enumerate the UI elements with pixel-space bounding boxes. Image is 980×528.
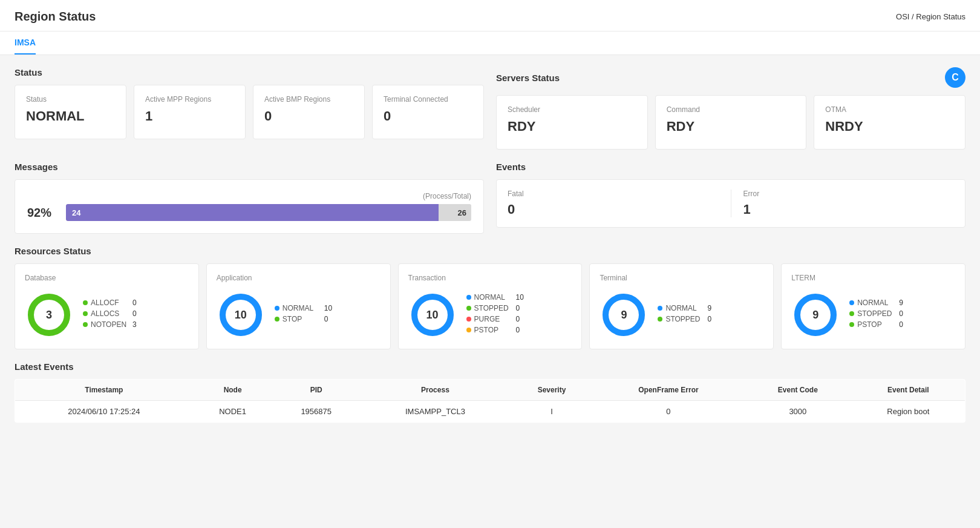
servers-value-2: NRDY [825,119,954,134]
table-row: 2024/06/10 17:25:24NODE11956875IMSAMPP_T… [15,401,965,423]
resource-card-4: LTERM 9 NORMAL 9 STOPPED 0 PSTOP 0 [781,263,965,349]
status-section: Status Status NORMAL Active MPP Regions … [15,67,484,150]
servers-value-1: RDY [667,119,795,134]
table-header-cell: Event Code [744,380,852,401]
rc-legend-3: NORMAL 9 STOPPED 0 [658,304,711,326]
legend-item: STOPPED 0 [658,315,711,323]
donut-center-1: 10 [235,309,247,322]
table-header-cell: Process [360,380,511,401]
table-header-row: TimestampNodePIDProcessSeverityOpenFrame… [15,380,965,401]
resource-card-body-1: 10 NORMAL 10 STOP 0 [217,291,381,339]
legend-item: PSTOP 0 [849,320,903,329]
table-cell: IMSAMPP_TCL3 [360,401,511,423]
servers-label-2: OTMA [825,105,954,114]
table-cell: I [511,401,593,423]
page-header: Region Status OSI / Region Status [0,0,980,31]
status-value-1: 1 [145,108,234,124]
rc-legend-1: NORMAL 10 STOP 0 [275,304,332,326]
donut-0: 3 [25,291,73,339]
tab-bar: IMSA [0,31,980,55]
resources-section: Resources Status Database 3 ALLOCF 0 ALL… [15,246,965,349]
legend-item: NOTOPEN 3 [83,320,137,329]
event-label-1: Error [743,190,955,198]
events-card: Fatal 0 Error 1 [496,179,965,228]
servers-card-1: Command RDY [655,95,807,150]
table-header-cell: Node [193,380,273,401]
resource-card-body-3: 9 NORMAL 9 STOPPED 0 [599,291,763,339]
event-stat-0: Fatal 0 [508,190,719,217]
msg-total: 26 [458,208,466,217]
messages-card: (Process/Total) 92% 24 26 [15,179,484,234]
resource-card-body-4: 9 NORMAL 9 STOPPED 0 PSTOP 0 [791,291,955,339]
messages-section: Messages (Process/Total) 92% 24 26 [15,162,484,234]
table-cell: 3000 [744,401,852,423]
table-cell: NODE1 [193,401,273,423]
resource-card-title-0: Database [25,274,189,282]
servers-card-0: Scheduler RDY [496,95,648,150]
donut-center-4: 9 [812,309,818,322]
table-header-cell: PID [273,380,360,401]
status-card-0: Status NORMAL [15,85,126,139]
rc-legend-0: ALLOCF 0 ALLOCS 0 NOTOPEN 3 [83,299,137,331]
donut-2: 10 [408,291,457,339]
latest-events-title: Latest Events [15,361,965,372]
legend-item: NORMAL 10 [466,293,524,302]
status-value-2: 0 [264,108,353,124]
legend-item: STOPPED 0 [849,309,903,318]
event-label-0: Fatal [508,190,719,198]
table-cell: 0 [593,401,744,423]
event-stat-1: Error 1 [743,190,955,217]
donut-center-0: 3 [46,309,52,322]
page-title: Region Status [15,10,96,24]
breadcrumb: OSI / Region Status [896,12,965,21]
status-card-1: Active MPP Regions 1 [134,85,246,139]
msg-bar-wrap: 24 26 [66,204,471,221]
content-area: Status Status NORMAL Active MPP Regions … [0,55,980,520]
status-label-0: Status [26,95,115,104]
rc-legend-2: NORMAL 10 STOPPED 0 PURGE 0 PSTOP 0 [466,293,524,337]
resource-card-2: Transaction 10 NORMAL 10 STOPPED 0 PURGE… [398,263,583,349]
status-label-3: Terminal Connected [384,95,472,104]
table-header-cell: OpenFrame Error [593,380,744,401]
donut-center-3: 9 [621,309,627,322]
status-label-2: Active BMP Regions [264,95,353,104]
servers-label-1: Command [667,105,795,114]
donut-1: 10 [217,291,265,339]
resource-card-body-0: 3 ALLOCF 0 ALLOCS 0 NOTOPEN 3 [25,291,189,339]
servers-value-0: RDY [508,119,636,134]
tab-imsa[interactable]: IMSA [15,31,36,54]
resource-card-body-2: 10 NORMAL 10 STOPPED 0 PURGE 0 PSTOP 0 [408,291,572,339]
legend-item: PSTOP 0 [466,326,524,334]
legend-item: STOPPED 0 [466,304,524,312]
event-value-1: 1 [743,202,955,217]
resource-card-title-1: Application [217,274,381,282]
table-cell: Region boot [852,401,965,423]
event-divider [731,190,731,217]
messages-title: Messages [15,162,484,172]
resource-card-0: Database 3 ALLOCF 0 ALLOCS 0 NOTOPEN 3 [15,263,199,349]
table-cell: 2024/06/10 17:25:24 [15,401,193,423]
msg-processed: 24 [72,208,80,217]
status-cards: Status NORMAL Active MPP Regions 1 Activ… [15,85,484,139]
table-header-cell: Severity [511,380,593,401]
breadcrumb-current: Region Status [916,12,965,21]
event-value-0: 0 [508,202,719,217]
servers-cards: Scheduler RDY Command RDY OTMA NRDY [496,95,965,150]
legend-item: NORMAL 10 [275,304,332,312]
refresh-button[interactable]: C [945,67,965,88]
events-title: Events [496,162,965,172]
donut-3: 9 [599,291,648,339]
status-value-3: 0 [384,108,472,124]
status-card-2: Active BMP Regions 0 [253,85,365,139]
msg-bar-fill: 24 [66,204,439,221]
msg-process-label: (Process/Total) [27,192,471,200]
msg-bar-row: 92% 24 26 [27,204,471,221]
msg-bar-bg: 24 [66,204,471,221]
servers-card-2: OTMA NRDY [814,95,965,150]
legend-item: STOP 0 [275,315,332,323]
resource-card-title-4: LTERM [791,274,955,282]
table-cell: 1956875 [273,401,360,423]
legend-item: ALLOCS 0 [83,309,137,318]
latest-events-section: Latest Events TimestampNodePIDProcessSev… [15,361,965,423]
events-section: Events Fatal 0 Error 1 [496,162,965,234]
